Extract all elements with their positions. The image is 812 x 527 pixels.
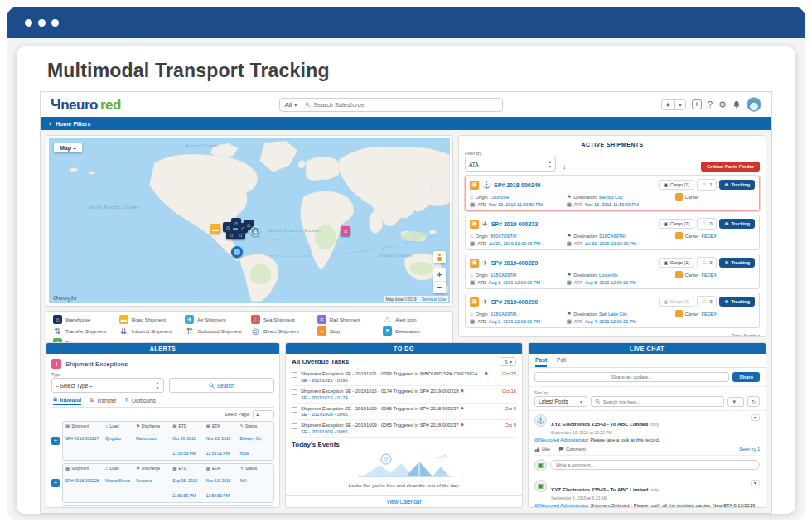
view-calendar-link[interactable]: View Calendar	[286, 495, 522, 507]
tracking-button[interactable]: ⚙Tracking	[719, 180, 755, 190]
task-sort-button[interactable]: ⇅ ▾	[500, 357, 516, 366]
post-menu-button[interactable]: ▾	[751, 414, 760, 421]
tab-poll[interactable]: Poll	[557, 357, 566, 367]
window-dot-icon[interactable]	[25, 19, 32, 27]
zoom-in-button[interactable]: +	[433, 268, 446, 282]
alerts-count-button[interactable]: ⚠1	[697, 179, 717, 191]
alerts-search-button[interactable]: Search	[169, 378, 275, 393]
task-item[interactable]: Shipment Exception SE - 20191009 - 0065 …	[292, 420, 516, 438]
cargo-button[interactable]: ▣Cargo (2)	[659, 219, 694, 229]
destination-value[interactable]: Salt Lake City	[599, 312, 627, 317]
feed-search-input[interactable]	[603, 399, 720, 404]
terms-of-use-link[interactable]: Terms of Use	[422, 297, 446, 302]
task-checkbox[interactable]	[292, 389, 297, 395]
task-checkbox[interactable]	[292, 407, 297, 413]
add-icon[interactable]: +	[692, 99, 702, 109]
task-item[interactable]: Shipment Exception SE - 20191016 - 0174 …	[292, 386, 516, 404]
zoom-out-button[interactable]: −	[433, 282, 446, 294]
shipment-link[interactable]: SP# 2018-000240	[494, 182, 540, 188]
alerts-count-button[interactable]: ⚠0	[697, 257, 717, 268]
discharge-value[interactable]: Mamonovo	[136, 436, 157, 441]
feed-search[interactable]	[591, 396, 724, 407]
destination-value[interactable]: Mexico City	[599, 195, 622, 200]
gear-icon[interactable]: ⚙	[718, 99, 727, 110]
shipment-link[interactable]: SP# 2018-000217	[65, 436, 99, 441]
tracking-button[interactable]: ⚙Tracking	[719, 297, 755, 307]
shipment-card[interactable]: ▣ ⚓ SP# 2018-000240 ▣Cargo (1) ⚠1 ⚙Track…	[465, 176, 760, 211]
favorites-button[interactable]: ★▾	[661, 99, 686, 110]
write-comment-input[interactable]	[550, 460, 760, 470]
expand-row-button[interactable]: +	[51, 479, 60, 487]
origin-value[interactable]: S18CA69TAI	[491, 273, 517, 278]
task-link[interactable]: SE - 20191016 - 0174	[301, 395, 495, 400]
star-icon[interactable]: ★	[662, 100, 675, 109]
alerts-count-button[interactable]: ⚠0	[697, 296, 717, 307]
carrier-value[interactable]: FEDEX	[702, 234, 717, 239]
window-dot-icon[interactable]	[38, 19, 46, 27]
filter-by-select[interactable]: ATA ▲▼	[465, 157, 556, 172]
feed-filter-button[interactable]: ▼ ·	[727, 397, 744, 407]
sort-select[interactable]: Latest Posts ▼	[534, 396, 587, 407]
origin-value[interactable]: Louisville	[491, 195, 510, 200]
task-checkbox[interactable]	[292, 372, 297, 378]
home-filters-bar[interactable]: › Home Filters	[41, 117, 771, 130]
type-select[interactable]: – Select Type – ▲▼	[51, 378, 164, 393]
cargo-button[interactable]: ▣Cargo (0)	[659, 297, 694, 307]
task-checkbox[interactable]	[292, 423, 297, 429]
like-button[interactable]: Like	[534, 447, 550, 452]
world-map[interactable]: Arctic Ocean North Pacific Ocean North A…	[49, 138, 450, 303]
post-menu-button[interactable]: ▾	[751, 480, 760, 486]
shipment-link[interactable]: SP# 2019-000272	[491, 221, 538, 227]
shipment-card[interactable]: ▣ ✈ SP# 2019-000272 ▣Cargo (2) ⚠0 ⚙Track…	[465, 215, 760, 250]
task-item[interactable]: Shipment Exception SE - 20191009 - 0066 …	[292, 404, 516, 421]
rail-shipment-marker[interactable]: ≡	[341, 226, 350, 236]
share-button[interactable]: Share	[732, 372, 760, 382]
select-page-input[interactable]	[253, 410, 274, 418]
mention-link[interactable]: @Neurored Administrator	[534, 503, 589, 507]
share-update-input[interactable]	[534, 372, 729, 382]
carrier-value[interactable]: FEDEX	[702, 273, 717, 278]
carrier-value[interactable]: FEDEX	[702, 312, 717, 317]
expand-row-button[interactable]: +	[51, 437, 60, 445]
search-scope-dropdown[interactable]: All ▾	[280, 99, 302, 111]
bell-icon[interactable]	[732, 100, 741, 109]
help-icon[interactable]: ?	[708, 99, 713, 109]
pegman-button[interactable]	[433, 251, 446, 264]
cluster-ring-marker[interactable]	[231, 246, 243, 258]
seen-by-link[interactable]: Seen by 1	[739, 447, 760, 452]
tracking-button[interactable]: ⚙Tracking	[719, 258, 755, 268]
shipment-link[interactable]: SP# 2019-000289	[491, 260, 538, 266]
user-avatar[interactable]	[747, 97, 761, 112]
window-controls[interactable]	[25, 19, 59, 27]
window-dot-icon[interactable]	[51, 19, 59, 27]
load-value[interactable]: Nhava Sheva	[105, 478, 130, 483]
discharge-value[interactable]: Veracruz	[136, 478, 152, 483]
tab-inbound[interactable]: ⇊Inbound	[53, 396, 81, 405]
task-link[interactable]: SE - 20191009 - 0066	[301, 412, 498, 417]
task-item[interactable]: Shipment Exception SE - 20191021 - 0396 …	[292, 369, 516, 386]
refresh-icon[interactable]: ↻	[747, 396, 760, 407]
tab-transfer[interactable]: ⇅Transfer	[89, 396, 116, 405]
origin-value[interactable]: B6067OSTAI	[491, 234, 517, 239]
load-value[interactable]: Qingdao	[105, 436, 121, 441]
mention-link[interactable]: @Neurored Administrator	[534, 438, 589, 442]
download-icon[interactable]: ↓	[563, 162, 567, 172]
shipment-link[interactable]: SP# 2018-000228	[65, 478, 99, 483]
destination-value[interactable]: S18CA69TAI	[599, 234, 626, 239]
task-link[interactable]: SE - 20191009 - 0065	[301, 429, 498, 434]
tab-post[interactable]: Post	[535, 357, 547, 367]
post-author-link[interactable]: XYZ Electronics 23543 - To ABC Limited	[551, 421, 648, 427]
road-shipment-marker[interactable]: ▬	[210, 224, 220, 234]
chevron-down-icon[interactable]: ▾	[675, 100, 685, 109]
tracking-button[interactable]: ⚙Tracking	[719, 219, 755, 229]
shipment-card[interactable]: ▣ ✈ SP# 2019-000289 ▣Cargo (1) ⚠0 ⚙Track…	[465, 254, 760, 289]
search-input[interactable]	[313, 101, 502, 109]
warehouse-marker[interactable]: ⌂	[235, 230, 245, 239]
task-link[interactable]: SE - 20191021 - 0396	[301, 378, 495, 383]
tab-outbound[interactable]: ⇈Outbound	[125, 396, 156, 405]
cargo-button[interactable]: ▣Cargo (1)	[659, 180, 694, 190]
cluster-marker[interactable]: 4	[250, 226, 260, 236]
critical-parts-finder-button[interactable]: Critical Parts Finder	[701, 162, 760, 172]
shipment-card[interactable]: ▣ ✈ SP# 2019-000290 ▣Cargo (0) ⚠0 ⚙Track…	[465, 293, 760, 328]
shipment-link[interactable]: SP# 2019-000290	[491, 299, 538, 305]
